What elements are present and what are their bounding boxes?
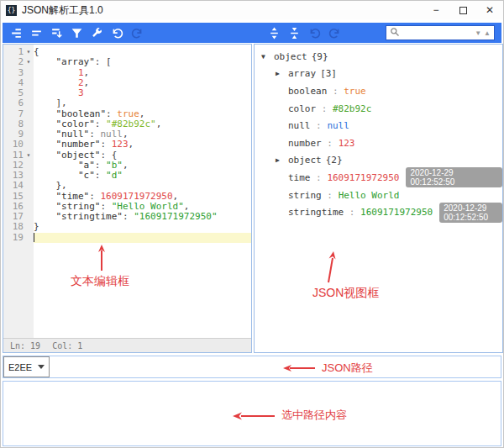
collapse-all-icon[interactable] [288,27,301,40]
fold-spacer [24,171,34,181]
editor-line[interactable]: 17 "stringtime": "1609171972950" [3,212,251,222]
status-col: Col: 1 [52,341,82,350]
fold-spacer [24,222,34,232]
fold-marker-icon[interactable]: ▾ [24,150,34,161]
line-number: 19 [3,233,34,243]
minimize-button[interactable]: − [423,1,449,19]
fold-spacer [24,68,34,78]
expand-node-icon[interactable]: ▶ [276,156,288,164]
tree-redo-icon[interactable] [328,27,341,40]
search-input[interactable] [400,28,475,38]
compact-icon[interactable] [30,27,43,40]
fold-spacer [24,98,34,108]
fold-marker-icon[interactable]: ▾ [24,57,34,67]
status-line: Ln: 19 [10,341,40,350]
json-path-bar: E2EE [3,356,501,378]
path-mode-value: E2EE [8,362,32,372]
tree-branch[interactable]: ▼object{9} [255,48,502,66]
clear-icon[interactable] [50,27,63,40]
editor-panel: 1▾{2▾ "array": [3 1,4 2,5 36 ],7 "boolea… [3,44,252,353]
search-next-icon[interactable]: ▼ [475,29,481,37]
status-bar: Ln: 19 Col: 1 [3,338,251,352]
search-box: ▼▲ [386,25,495,40]
window-title: JSON解析工具1.0 [22,3,103,18]
fold-spacer [24,192,34,202]
line-number: 11▾ [3,150,34,161]
selected-content-panel[interactable] [3,381,501,446]
fold-spacer [24,161,34,171]
text-cursor [34,233,34,242]
fold-spacer [24,212,34,222]
chevron-down-icon [38,365,45,369]
main-split: 1▾{2▾ "array": [3 1,4 2,5 36 ],7 "boolea… [3,44,503,353]
expand-all-icon[interactable] [268,27,281,40]
tree-leaf[interactable]: stringtime : 16091719729502020-12-29 00:… [255,203,502,221]
timestamp-badge: 2020-12-29 00:12:52:50 [439,203,502,223]
fold-spacer [24,181,34,191]
json-path-input[interactable] [50,356,501,377]
search-prev-icon[interactable]: ▲ [484,29,491,37]
fold-spacer [24,202,34,212]
editor-line[interactable]: 19 [3,233,251,243]
fold-spacer [24,88,34,98]
redo-icon[interactable] [131,27,144,40]
line-number: 14 [3,181,34,191]
tree-leaf[interactable]: boolean : true [255,82,502,100]
app-window: {} JSON解析工具1.0 − ✕ [0,0,504,448]
line-number: 6 [3,98,34,108]
fix-wrench-icon[interactable] [91,27,103,40]
search-icon [390,25,400,40]
tree-leaf[interactable]: null : null [255,117,502,134]
path-mode-select[interactable]: E2EE [3,356,50,377]
line-number: 3 [3,68,34,78]
tree-leaf[interactable]: string : Hello World [255,187,502,204]
fold-spacer [24,119,34,129]
maximize-icon [459,7,467,14]
line-number: 2▾ [3,57,34,67]
collapse-node-icon[interactable]: ▼ [261,53,274,61]
fold-spacer [24,129,34,140]
fold-spacer [24,109,34,119]
fold-spacer [24,140,34,150]
tree-leaf[interactable]: time : 16091719729502020-12-29 00:12:52:… [255,169,502,187]
line-number: 18 [3,222,34,232]
tree-branch[interactable]: ▶object{2} [255,152,502,170]
expand-node-icon[interactable]: ▶ [276,70,288,77]
undo-icon[interactable] [111,27,123,40]
tree-leaf[interactable]: number : 123 [255,134,502,152]
fold-spacer [24,233,34,243]
tree-panel[interactable]: ▼object{9}▶array[3]boolean : truecolor :… [254,44,503,353]
app-icon: {} [6,5,17,16]
timestamp-badge: 2020-12-29 00:12:52:50 [406,167,502,187]
close-button[interactable]: ✕ [476,1,503,19]
title-bar: {} JSON解析工具1.0 − ✕ [1,1,503,19]
line-number: 15 [3,192,34,202]
tree-undo-icon[interactable] [308,27,321,40]
filter-icon[interactable] [71,27,83,40]
maximize-button[interactable] [449,1,476,19]
fold-spacer [24,78,34,88]
tree-leaf[interactable]: color : #82b92c [255,100,502,118]
toolbar: ▼▲ [3,23,501,43]
line-number: 10 [3,140,34,150]
editor-lines[interactable]: 1▾{2▾ "array": [3 1,4 2,5 36 ],7 "boolea… [3,45,251,338]
format-icon[interactable] [10,27,23,40]
editor-line[interactable]: 18} [3,222,251,232]
tree-branch[interactable]: ▶array[3] [255,66,502,83]
fold-marker-icon[interactable]: ▾ [24,47,34,57]
line-number: 7 [3,109,34,119]
